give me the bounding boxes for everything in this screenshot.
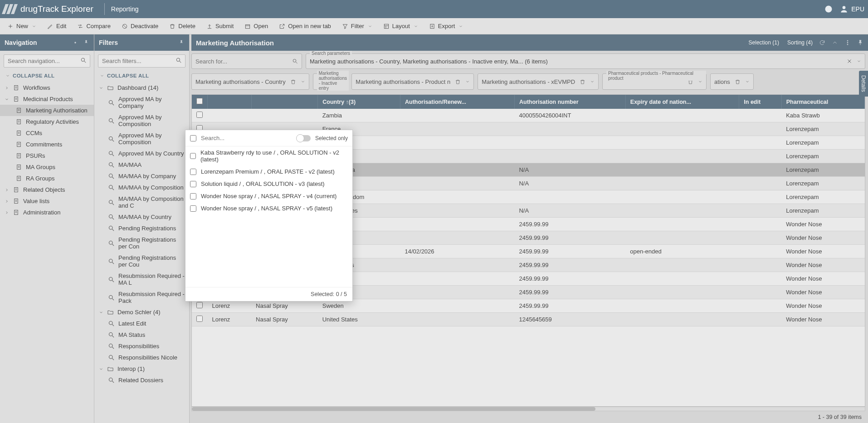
column-header[interactable]: Authorisation/Renew... bbox=[400, 95, 514, 109]
popover-option[interactable]: Wonder Nose spray / , NASAL SPRAY - v4 (… bbox=[185, 190, 352, 202]
pin-icon[interactable] bbox=[83, 39, 89, 46]
filter-item[interactable]: Approved MA by Company bbox=[94, 93, 189, 112]
popover-option-checkbox[interactable] bbox=[190, 181, 196, 187]
deactivate-button[interactable]: Deactivate bbox=[117, 21, 163, 31]
filter-chip[interactable]: Marketing authorisations - Inactive entr… bbox=[313, 73, 348, 90]
row-checkbox[interactable] bbox=[196, 316, 203, 322]
nav-item[interactable]: Related Objects bbox=[0, 184, 94, 195]
scrollbar-thumb[interactable] bbox=[192, 407, 595, 411]
export-button[interactable]: Export bbox=[424, 21, 468, 31]
select-all-checkbox[interactable] bbox=[196, 98, 203, 104]
help-icon[interactable] bbox=[824, 5, 833, 14]
horizontal-scrollbar[interactable] bbox=[191, 407, 865, 411]
chevron-down-icon[interactable] bbox=[590, 79, 595, 84]
popover-option-checkbox[interactable] bbox=[190, 193, 196, 199]
filter-item[interactable]: Latest Edit bbox=[94, 318, 189, 329]
filter-item[interactable]: MA/MAA bbox=[94, 159, 189, 170]
nav-subitem[interactable]: PSURs bbox=[0, 150, 94, 161]
filter-chip[interactable]: Pharmaceutical products - Pharmaceutical… bbox=[602, 73, 707, 90]
sorting-status[interactable]: Sorting (4) bbox=[787, 39, 813, 46]
popover-search-input[interactable] bbox=[201, 133, 293, 143]
filter-group[interactable]: Dashboard (14) bbox=[94, 82, 189, 93]
pin-icon[interactable] bbox=[178, 39, 185, 46]
nav-subitem[interactable]: Regulatory Activities bbox=[0, 116, 94, 127]
filter-item[interactable]: MA/MAA by Composition and C bbox=[94, 193, 189, 211]
nav-item[interactable]: Medicinal Products bbox=[0, 93, 94, 105]
layout-button[interactable]: Layout bbox=[379, 21, 423, 31]
new-button[interactable]: New bbox=[3, 21, 41, 31]
chevron-down-icon[interactable] bbox=[301, 79, 305, 84]
column-header[interactable] bbox=[208, 95, 252, 109]
table-row[interactable]: Zambia4000550426004INTKaba Strawb bbox=[192, 109, 865, 122]
filter-item[interactable]: MA/MAA by Company bbox=[94, 170, 189, 182]
filter-group[interactable]: Interop (1) bbox=[94, 363, 189, 374]
nav-subitem[interactable]: Commitments bbox=[0, 139, 94, 150]
nav-subitem[interactable]: Marketing Authorisation bbox=[0, 105, 94, 116]
submit-button[interactable]: Submit bbox=[202, 21, 238, 31]
filter-item[interactable]: Approved MA by Country bbox=[94, 148, 189, 159]
filters-search-input[interactable] bbox=[98, 54, 185, 68]
filter-item[interactable]: Approved MA by Composition bbox=[94, 112, 189, 130]
trash-icon[interactable] bbox=[290, 79, 296, 85]
nav-item[interactable]: Value lists bbox=[0, 195, 94, 207]
row-checkbox[interactable] bbox=[196, 302, 203, 308]
nav-subitem[interactable]: RA Groups bbox=[0, 173, 94, 184]
row-checkbox[interactable] bbox=[196, 112, 203, 118]
filter-chip[interactable]: Marketing authorisations - Product n bbox=[351, 73, 474, 90]
column-header[interactable] bbox=[251, 95, 318, 109]
filter-item[interactable]: Responsibilities Nicole bbox=[94, 352, 189, 363]
filter-button[interactable]: Filter bbox=[337, 21, 377, 31]
filter-item[interactable]: Resubmission Required - Pack bbox=[94, 288, 189, 306]
filter-item[interactable]: Pending Registrations bbox=[94, 223, 189, 234]
nav-collapse-all[interactable]: COLLAPSE ALL bbox=[0, 71, 94, 82]
filter-chip[interactable]: Marketing authorisations - xEVMPD bbox=[478, 73, 599, 90]
filter-group[interactable]: Demo Schler (4) bbox=[94, 306, 189, 318]
column-header[interactable]: Expiry date of nation... bbox=[625, 95, 739, 109]
column-header[interactable]: Country ↑(3) bbox=[318, 95, 400, 109]
more-icon[interactable] bbox=[844, 39, 851, 46]
filter-item[interactable]: Related Dossiers bbox=[94, 374, 189, 386]
column-header[interactable] bbox=[192, 95, 208, 109]
chevron-up-icon[interactable] bbox=[832, 39, 838, 46]
refresh-icon[interactable] bbox=[819, 39, 825, 46]
filters-collapse-all[interactable]: COLLAPSE ALL bbox=[94, 71, 189, 82]
header-section[interactable]: Reporting bbox=[111, 5, 139, 13]
clear-icon[interactable] bbox=[847, 58, 852, 64]
content-search-input[interactable] bbox=[195, 58, 292, 65]
filter-item[interactable]: Pending Registrations per Cou bbox=[94, 252, 189, 270]
filter-item[interactable]: Resubmission Required - MA L bbox=[94, 270, 189, 288]
filter-chip[interactable]: Marketing authorisations - Country bbox=[191, 73, 309, 90]
filter-item[interactable]: Responsibilities bbox=[94, 340, 189, 352]
popover-option-checkbox[interactable] bbox=[190, 169, 196, 175]
open-button[interactable]: Open bbox=[240, 21, 273, 31]
popover-option[interactable]: Lorenzepam Premium / , ORAL PASTE - v2 (… bbox=[185, 165, 352, 178]
nav-item[interactable]: Administration bbox=[0, 207, 94, 218]
popover-option[interactable]: Kaba Strawberry rdy to use / , ORAL SOLU… bbox=[185, 146, 352, 165]
filter-item[interactable]: Pending Registrations per Con bbox=[94, 234, 189, 252]
column-header[interactable]: In edit bbox=[739, 95, 781, 109]
selection-status[interactable]: Selection (1) bbox=[749, 39, 779, 46]
search-params-box[interactable]: Search parameters Marketing authorisatio… bbox=[306, 53, 865, 69]
gear-icon[interactable] bbox=[72, 39, 78, 46]
nav-subitem[interactable]: CCMs bbox=[0, 127, 94, 139]
nav-subitem[interactable]: MA Groups bbox=[0, 161, 94, 173]
popover-select-all-checkbox[interactable] bbox=[190, 135, 196, 141]
details-tab[interactable]: Details bbox=[859, 71, 868, 97]
user-menu[interactable]: EPU bbox=[839, 5, 864, 14]
column-header[interactable]: Authorisation number bbox=[514, 95, 625, 109]
popover-option-checkbox[interactable] bbox=[190, 153, 196, 159]
navigation-search-input[interactable] bbox=[4, 54, 90, 68]
nav-item[interactable]: Workflows bbox=[0, 82, 94, 93]
delete-button[interactable]: Delete bbox=[165, 21, 200, 31]
compare-button[interactable]: Compare bbox=[73, 21, 115, 31]
popover-option[interactable]: Wonder Nose spray / , NASAL SPRAY - v5 (… bbox=[185, 202, 352, 214]
column-header[interactable]: Pharmaceutical bbox=[781, 95, 864, 109]
edit-button[interactable]: Edit bbox=[43, 21, 71, 31]
chevron-down-icon[interactable] bbox=[465, 79, 470, 84]
trash-icon[interactable] bbox=[455, 79, 461, 85]
filter-item[interactable]: Approved MA by Composition bbox=[94, 130, 189, 148]
chevron-down-icon[interactable] bbox=[857, 59, 861, 63]
trash-icon[interactable] bbox=[580, 79, 585, 85]
popover-option[interactable]: Solution liquid / , ORAL SOLUTION - v3 (… bbox=[185, 178, 352, 190]
selected-only-toggle[interactable] bbox=[297, 135, 311, 141]
